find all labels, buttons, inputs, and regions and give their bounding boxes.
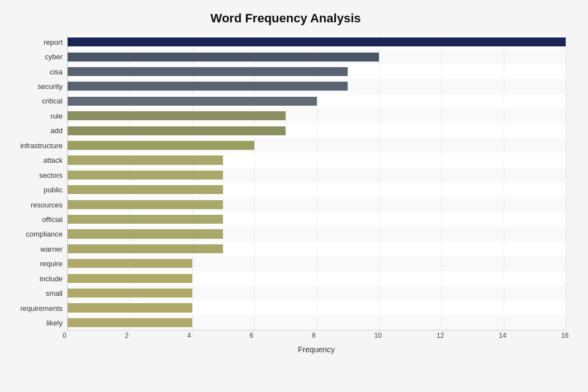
grid-line xyxy=(566,35,566,330)
y-axis-label: resources xyxy=(31,201,63,209)
bar xyxy=(68,97,317,106)
y-axis-label: include xyxy=(40,275,63,282)
y-axis-label: compliance xyxy=(26,230,63,238)
y-axis-label: sectors xyxy=(39,172,63,179)
y-axis-label: security xyxy=(37,83,63,90)
bar-row xyxy=(68,94,566,108)
bars-section: reportcybercisasecuritycriticalruleaddin… xyxy=(6,35,566,330)
bar-row xyxy=(68,315,566,330)
y-axis-label: cisa xyxy=(50,68,63,75)
bar xyxy=(68,303,192,312)
bar-row xyxy=(68,168,566,182)
chart-container: Word Frequency Analysis reportcybercisas… xyxy=(0,0,588,392)
x-axis-label: Frequency xyxy=(67,345,566,354)
bar-row xyxy=(68,226,566,241)
bar-row xyxy=(68,123,566,138)
bar-row xyxy=(68,242,566,256)
bar xyxy=(68,67,348,76)
bar xyxy=(68,141,254,150)
bar-row xyxy=(68,256,566,271)
bar xyxy=(68,200,223,209)
x-tick-label: 8 xyxy=(312,332,316,339)
y-axis-label: cyber xyxy=(45,53,63,60)
chart-title: Word Frequency Analysis xyxy=(6,11,566,26)
bar xyxy=(68,111,286,120)
y-axis-label: public xyxy=(44,186,63,193)
bar xyxy=(68,82,348,91)
x-tick-label: 12 xyxy=(437,332,444,339)
bar-row xyxy=(68,182,566,197)
bar xyxy=(68,185,223,194)
y-axis-label: infrastructure xyxy=(20,142,63,149)
y-axis-label: likely xyxy=(46,319,63,327)
bar-row xyxy=(68,138,566,153)
bar xyxy=(68,171,223,180)
bar xyxy=(68,53,379,62)
bar-row xyxy=(68,286,566,300)
bar-row xyxy=(68,153,566,167)
y-axis-label: attack xyxy=(43,157,63,164)
bar xyxy=(68,318,192,327)
y-axis-label: requirements xyxy=(20,305,63,312)
bar xyxy=(68,289,192,297)
bars-area xyxy=(67,35,566,330)
bar-row xyxy=(68,64,566,79)
chart-area: reportcybercisasecuritycriticalruleaddin… xyxy=(6,35,566,354)
bar xyxy=(68,229,223,238)
bar xyxy=(68,37,566,46)
y-axis-label: critical xyxy=(42,97,63,105)
x-tick-label: 6 xyxy=(250,332,254,339)
y-axis-label: add xyxy=(50,127,63,134)
bar xyxy=(68,126,286,135)
y-axis-label: report xyxy=(44,39,63,46)
bar-row xyxy=(68,197,566,211)
x-tick-label: 16 xyxy=(561,332,568,339)
bar xyxy=(68,155,223,164)
x-tick-label: 2 xyxy=(125,332,129,339)
bar-row xyxy=(68,35,566,49)
bar-row xyxy=(68,271,566,286)
y-axis-label: official xyxy=(42,216,63,223)
bar-row xyxy=(68,108,566,123)
bar-row xyxy=(68,79,566,93)
y-axis-label: rule xyxy=(50,112,63,120)
y-axis-label: warner xyxy=(40,245,63,253)
y-axis-label: small xyxy=(46,290,63,297)
x-tick-label: 0 xyxy=(63,332,67,339)
y-axis-labels: reportcybercisasecuritycriticalruleaddin… xyxy=(6,35,67,330)
bar-row xyxy=(68,300,566,315)
x-tick-label: 14 xyxy=(499,332,506,339)
y-axis-label: require xyxy=(40,260,63,267)
bar xyxy=(68,259,192,268)
bar xyxy=(68,244,223,253)
bar-row xyxy=(68,212,566,226)
x-tick-label: 4 xyxy=(187,332,191,339)
bar xyxy=(68,274,192,283)
x-tick-label: 10 xyxy=(374,332,382,339)
bar xyxy=(68,215,223,224)
bar-row xyxy=(68,49,566,64)
